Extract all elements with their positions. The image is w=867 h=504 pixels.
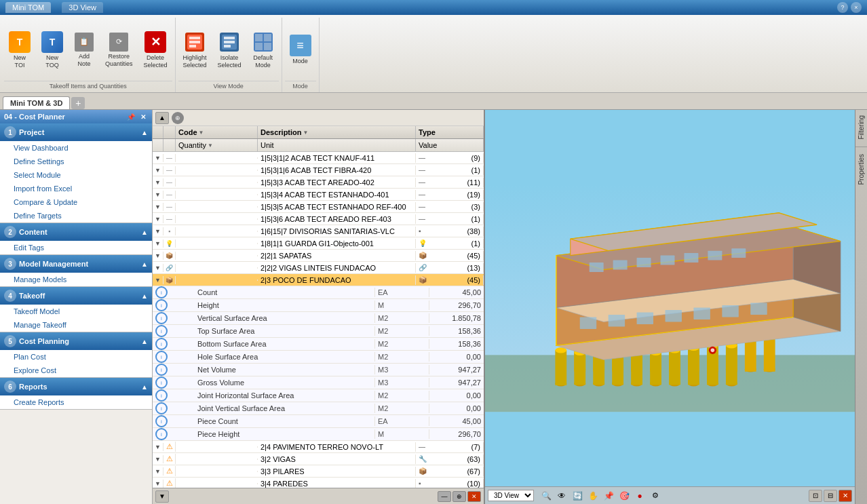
cell-icon: — xyxy=(163,191,176,199)
section-label-takeoff: Takeoff xyxy=(19,292,45,300)
sidebar-item-compare-update[interactable]: Compare & Update xyxy=(0,195,152,209)
sidebar-section-model-header[interactable]: 3 Model Management ▲ xyxy=(0,255,152,273)
table-up-button[interactable]: ▲ xyxy=(155,112,169,124)
view-3d-select[interactable]: 3D View xyxy=(488,490,534,501)
svg-rect-99 xyxy=(666,310,682,322)
default-mode-button[interactable]: DefaultMode xyxy=(248,28,279,73)
property-row-jvsa: i Joint Vertical Surface Area M2 0,00 xyxy=(153,402,484,415)
rotate-icon[interactable]: 🔄 xyxy=(571,490,584,502)
th-type[interactable]: Type xyxy=(416,126,484,138)
sidebar-item-view-dashboard[interactable]: View Dashboard xyxy=(0,141,152,155)
pin-3d-icon[interactable]: 📌 xyxy=(602,490,615,502)
sidebar-item-define-targets[interactable]: Define Targets xyxy=(0,209,152,222)
sub-icon xyxy=(163,139,176,151)
sidebar-item-create-reports[interactable]: Create Reports xyxy=(0,395,152,409)
sidebar-item-manage-models[interactable]: Manage Models xyxy=(0,273,152,286)
cell-desc: 1|5|3|1|2 ACAB TECT KNAUF-411 xyxy=(258,153,416,163)
section-arrow-1: ▲ xyxy=(141,129,148,136)
table-row[interactable]: ▼ — 1|5|3|4 ACAB TECT ESTANHADO-401 — (1… xyxy=(153,189,484,201)
help-icon[interactable]: ? xyxy=(837,2,848,13)
sidebar-section-reports-header[interactable]: 6 Reports ▲ xyxy=(0,378,152,395)
split-view-icon[interactable]: ⊟ xyxy=(824,490,837,502)
expand-view-icon[interactable]: ⊡ xyxy=(809,490,822,502)
tab-add-button[interactable]: + xyxy=(71,97,85,109)
sidebar-item-edit-tags[interactable]: Edit Tags xyxy=(0,241,152,254)
property-label-tsa: Top Surface Area xyxy=(170,326,375,336)
title-tab-3dview[interactable]: 3D View xyxy=(62,2,103,13)
sub-quantity[interactable]: Quantity ▼ xyxy=(176,139,258,151)
sidebar-item-define-settings[interactable]: Define Settings xyxy=(0,155,152,168)
table-filter-icon[interactable]: ⊕ xyxy=(172,112,184,124)
table-row-selected[interactable]: ▼ 📦 2|3 POCO DE FUNDACAO 📦 (45) xyxy=(153,274,484,286)
close-3d-icon[interactable]: ✕ xyxy=(839,490,852,502)
title-tab-minitom[interactable]: Mini TOM xyxy=(5,2,51,13)
table-row-warning[interactable]: ▼ ⚠ 3|4 PAREDES ▪ (10) xyxy=(153,478,484,488)
highlight-3d-icon[interactable]: ● xyxy=(633,490,647,502)
sidebar-items-content: Edit Tags xyxy=(0,241,152,254)
sidebar-close-icon[interactable]: ✕ xyxy=(138,112,148,121)
zoom-icon[interactable]: 🔍 xyxy=(539,490,553,502)
sidebar-item-takeoff-model[interactable]: Takeoff Model xyxy=(0,305,152,318)
target-icon[interactable]: 🎯 xyxy=(617,490,631,502)
table-bottom-nav[interactable]: ▼ xyxy=(155,490,169,503)
table-icon-1[interactable]: — xyxy=(438,491,451,502)
property-unit-pc: EA xyxy=(375,416,429,426)
sub-unit-label: Unit xyxy=(261,141,274,149)
cell-expand: ▼ xyxy=(153,455,163,463)
table-icon-2[interactable]: ⊕ xyxy=(452,491,466,502)
table-row[interactable]: ▼ ▪ 1|6|15|7 DIVISORIAS SANITARIAS-VLC ▪… xyxy=(153,225,484,237)
sidebar-item-import-excel[interactable]: Import from Excel xyxy=(0,182,152,195)
table-row[interactable]: ▼ 🔗 2|2|2 VIGAS LINTEIS FUNDACAO 🔗 (13) xyxy=(153,262,484,274)
pan-icon[interactable]: ✋ xyxy=(586,490,600,502)
properties-label[interactable]: Properties xyxy=(856,149,866,191)
table-bottom-icons: — ⊕ ✕ xyxy=(438,491,481,502)
eye-icon[interactable]: 👁 xyxy=(555,490,569,502)
table-row-warning[interactable]: ▼ ⚠ 3|2 VIGAS 🔧 (63) xyxy=(153,453,484,465)
pin-icon[interactable]: 📌 xyxy=(126,112,136,121)
sidebar-item-explore-cost[interactable]: Explore Cost xyxy=(0,364,152,377)
table-row[interactable]: ▼ — 1|5|3|6 ACAB TECT AREADO REF-403 — (… xyxy=(153,213,484,225)
sidebar-section-project: 1 Project ▲ View Dashboard Define Settin… xyxy=(0,123,152,223)
table-row-warning[interactable]: ▼ ⚠ 2|4 PAVIMENTO TERREO NOVO-LT — (7) xyxy=(153,441,484,453)
th-description[interactable]: Description ▼ xyxy=(258,126,416,138)
new-toi-button[interactable]: T NewTOI xyxy=(4,28,35,73)
table-row[interactable]: ▼ — 1|5|3|3 ACAB TECT AREADO-402 — (11) xyxy=(153,176,484,189)
cell-value: (1) xyxy=(471,215,480,223)
restore-quantities-button[interactable]: ⟳ RestoreQuantities xyxy=(100,29,138,71)
filter-panel: Filtering Properties xyxy=(855,110,867,504)
sub-value-label: Value xyxy=(419,141,437,149)
add-note-button[interactable]: 📋 AddNote xyxy=(69,29,99,71)
sidebar-section-project-header[interactable]: 1 Project ▲ xyxy=(0,123,152,141)
delete-selected-button[interactable]: ✕ DeleteSelected xyxy=(139,28,172,73)
table-row[interactable]: ▼ — 1|5|3|1|6 ACAB TECT FIBRA-420 — (1) xyxy=(153,164,484,176)
mode-button[interactable]: ≡ Mode xyxy=(285,31,316,69)
section-arrow-6: ▲ xyxy=(141,383,148,391)
table-row[interactable]: ▼ 💡 1|8|1|1 GUARDA GI1-Objecto-001 💡 (1) xyxy=(153,237,484,250)
cell-desc: 1|5|3|3 ACAB TECT AREADO-402 xyxy=(258,178,416,187)
sidebar-item-plan-cost[interactable]: Plan Cost xyxy=(0,350,152,364)
sidebar-section-content-header[interactable]: 2 Content ▲ xyxy=(0,223,152,241)
highlight-selected-label: HighlightSelected xyxy=(183,54,207,69)
filtering-label[interactable]: Filtering xyxy=(856,110,866,145)
sidebar-section-cost-header[interactable]: 5 Cost Planning ▲ xyxy=(0,332,152,350)
property-value-gv: 947,27 xyxy=(429,378,484,387)
table-row[interactable]: ▼ — 1|5|3|5 ACAB TECT ESTANHADO REF-400 … xyxy=(153,201,484,213)
close-icon[interactable]: × xyxy=(851,2,862,13)
sidebar-section-takeoff-header[interactable]: 4 Takeoff ▲ xyxy=(0,287,152,305)
tab-minitom-3d[interactable]: Mini TOM & 3D xyxy=(3,96,70,109)
cell-code xyxy=(176,218,258,220)
isolate-selected-button[interactable]: IsolateSelected xyxy=(213,28,246,73)
table-row-warning[interactable]: ▼ ⚠ 3|3 PILARES 📦 (67) xyxy=(153,465,484,478)
new-toq-button[interactable]: T NewTOQ xyxy=(37,28,68,73)
cell-type: 📦 (67) xyxy=(416,467,484,476)
table-row[interactable]: ▼ 📦 2|2|1 SAPATAS 📦 (45) xyxy=(153,250,484,262)
table-row[interactable]: ▼ — 1|5|3|1|2 ACAB TECT KNAUF-411 — (9) xyxy=(153,152,484,164)
table-close-icon[interactable]: ✕ xyxy=(467,491,481,502)
tool-icon[interactable]: ⚙ xyxy=(649,490,662,502)
highlight-selected-button[interactable]: HighlightSelected xyxy=(178,28,212,73)
th-code[interactable]: Code ▼ xyxy=(176,126,258,138)
sidebar-item-select-module[interactable]: Select Module xyxy=(0,168,152,182)
property-row-pc: i Piece Count EA 45,00 xyxy=(153,415,484,428)
cell-type: — (1) xyxy=(416,214,484,224)
sidebar-item-manage-takeoff[interactable]: Manage Takeoff xyxy=(0,318,152,332)
